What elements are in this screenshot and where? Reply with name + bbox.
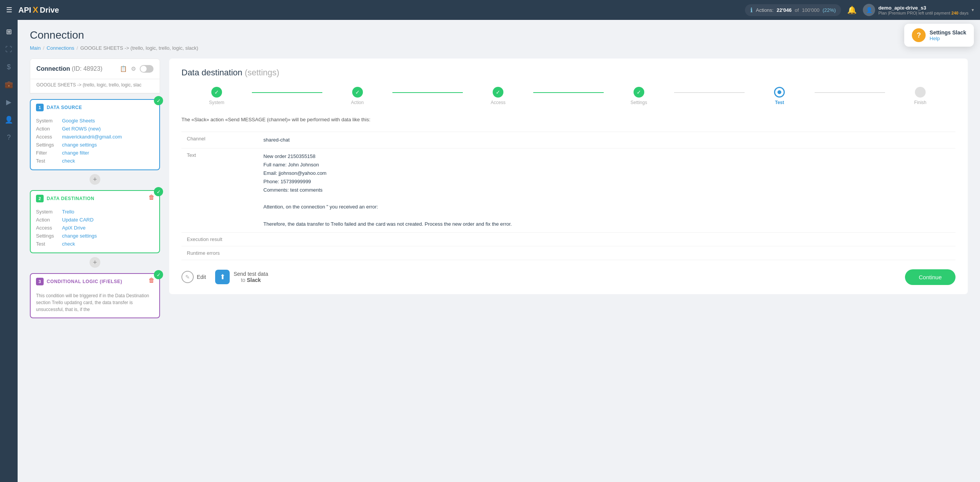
breadcrumb-main[interactable]: Main bbox=[30, 45, 41, 51]
page-title: Connection bbox=[30, 29, 968, 41]
edit-label: Edit bbox=[197, 274, 206, 280]
destination-body: System Trello Action Update CARD Access … bbox=[31, 206, 159, 252]
settings-value[interactable]: change settings bbox=[62, 142, 97, 148]
step-access-label: Access bbox=[491, 100, 506, 105]
action-value[interactable]: Get ROWS (new) bbox=[62, 126, 101, 132]
connection-id-title: Connection (ID: 48923) bbox=[36, 65, 116, 72]
step-conn-3 bbox=[533, 92, 604, 93]
logo-drive: Drive bbox=[40, 6, 59, 15]
actions-percent: (22%) bbox=[823, 7, 836, 13]
send-test-button[interactable]: ⬆ Send test data to Slack bbox=[215, 270, 268, 284]
system-value[interactable]: Google Sheets bbox=[62, 118, 95, 124]
logo-api: API bbox=[18, 6, 31, 15]
sidebar-item-hierarchy[interactable]: ⛶ bbox=[2, 42, 16, 57]
datasource-header: 1 DATA SOURCE bbox=[31, 100, 159, 115]
sidebar: ⊞ ⛶ $ 💼 ▶ 👤 ? bbox=[0, 20, 18, 482]
info-icon: ℹ bbox=[750, 7, 753, 14]
hamburger-menu[interactable]: ☰ bbox=[6, 6, 12, 14]
dest-test-value[interactable]: check bbox=[62, 241, 75, 247]
dest-system-value[interactable]: Trello bbox=[62, 209, 74, 215]
table-row-exec: Execution result bbox=[181, 232, 956, 246]
breadcrumb-sep1: / bbox=[43, 45, 44, 51]
step-conn-4 bbox=[674, 92, 745, 93]
steps-row: ✓ System ✓ Action ✓ Access ✓ bbox=[181, 87, 956, 105]
destination-trash[interactable]: 🗑 bbox=[149, 194, 155, 201]
connection-toggle[interactable] bbox=[140, 65, 154, 73]
conditional-check: ✓ bbox=[154, 270, 163, 279]
step-access: ✓ Access bbox=[463, 87, 533, 105]
step-settings-icon: ✓ bbox=[634, 87, 644, 98]
datasource-check: ✓ bbox=[154, 96, 163, 105]
help-info: Settings Slack Help bbox=[929, 29, 966, 41]
errors-value bbox=[258, 246, 956, 260]
sidebar-item-play[interactable]: ▶ bbox=[2, 95, 16, 109]
sidebar-item-user[interactable]: 👤 bbox=[2, 112, 16, 127]
settings-icon[interactable]: ⚙ bbox=[131, 65, 136, 72]
breadcrumb: Main / Connections / GOOGLE SHEETS -> (t… bbox=[30, 45, 968, 51]
conditional-text: This condition will be triggered if in t… bbox=[31, 289, 159, 318]
add-step-btn[interactable]: + bbox=[90, 174, 100, 185]
connection-subtitle: GOOGLE SHEETS -> (trello, logic, trello,… bbox=[30, 79, 160, 93]
two-col-layout: Connection (ID: 48923) 📋 ⚙ GOOGLE SHEETS… bbox=[30, 59, 968, 318]
datasource-num: 1 bbox=[36, 104, 44, 111]
add-step-btn2[interactable]: + bbox=[90, 257, 100, 268]
logo: APIXDrive bbox=[18, 5, 59, 15]
actions-used: 22'046 bbox=[777, 7, 792, 13]
step-test: Test bbox=[745, 87, 815, 105]
filter-value[interactable]: change filter bbox=[62, 150, 89, 156]
help-title: Settings Slack bbox=[929, 29, 966, 36]
access-value[interactable]: maverickandrii@gmail.com bbox=[62, 134, 122, 140]
destination-label: DATA DESTINATION bbox=[47, 196, 94, 201]
step-action: ✓ Action bbox=[322, 87, 393, 105]
left-panel: Connection (ID: 48923) 📋 ⚙ GOOGLE SHEETS… bbox=[30, 59, 160, 318]
step-test-icon bbox=[774, 87, 785, 98]
step-settings: ✓ Settings bbox=[604, 87, 674, 105]
dest-title: Data destination (settings) bbox=[181, 68, 956, 78]
edit-icon: ✎ bbox=[181, 271, 194, 283]
connection-header: Connection (ID: 48923) 📋 ⚙ bbox=[30, 59, 160, 79]
edit-button[interactable]: ✎ Edit bbox=[181, 271, 206, 283]
sidebar-item-dollar[interactable]: $ bbox=[2, 60, 16, 74]
help-link[interactable]: Help bbox=[929, 36, 966, 41]
test-value[interactable]: check bbox=[62, 158, 75, 164]
actions-total: 100'000 bbox=[802, 7, 820, 13]
conditional-header: 3 CONDITIONAL LOGIC (IF/ELSE) bbox=[31, 274, 159, 289]
step-settings-label: Settings bbox=[630, 100, 647, 105]
destination-num: 2 bbox=[36, 195, 44, 202]
bell-icon[interactable]: 🔔 bbox=[847, 5, 857, 15]
dest-row-action: Action Update CARD bbox=[36, 216, 154, 224]
sidebar-item-briefcase[interactable]: 💼 bbox=[2, 77, 16, 92]
user-plan: Plan |Premium PRO| left until payment 24… bbox=[878, 11, 969, 15]
table-row-channel: Channel shared-chat bbox=[181, 132, 956, 148]
step-system-icon: ✓ bbox=[211, 87, 222, 98]
row-action: Action Get ROWS (new) bbox=[36, 125, 154, 133]
text-value: New order 2150355158 Full name: John Joh… bbox=[258, 148, 956, 232]
dest-action-value[interactable]: Update CARD bbox=[62, 217, 93, 223]
avatar: 👤 bbox=[863, 4, 875, 16]
exec-value bbox=[258, 232, 956, 246]
send-icon: ⬆ bbox=[215, 270, 230, 284]
step-access-icon: ✓ bbox=[493, 87, 503, 98]
datasource-body: System Google Sheets Action Get ROWS (ne… bbox=[31, 115, 159, 169]
table-row-text: Text New order 2150355158 Full name: Joh… bbox=[181, 148, 956, 232]
sidebar-item-help[interactable]: ? bbox=[2, 130, 16, 145]
step-action-label: Action bbox=[351, 100, 364, 105]
channel-value: shared-chat bbox=[258, 132, 956, 148]
row-filter: Filter change filter bbox=[36, 149, 154, 157]
user-info: demo_apix-drive_s3 Plan |Premium PRO| le… bbox=[878, 5, 969, 15]
conditional-label: CONDITIONAL LOGIC (IF/ELSE) bbox=[47, 279, 122, 284]
dest-settings-value[interactable]: change settings bbox=[62, 233, 97, 239]
exec-label: Execution result bbox=[181, 232, 258, 246]
logo-x: X bbox=[33, 5, 38, 15]
user-area: 👤 demo_apix-drive_s3 Plan |Premium PRO| … bbox=[863, 4, 974, 16]
step-system: ✓ System bbox=[181, 87, 252, 105]
continue-button[interactable]: Continue bbox=[905, 269, 956, 285]
sidebar-item-home[interactable]: ⊞ bbox=[2, 24, 16, 39]
copy-icon[interactable]: 📋 bbox=[120, 65, 127, 72]
breadcrumb-connections[interactable]: Connections bbox=[47, 45, 74, 51]
table-row-errors: Runtime errors bbox=[181, 246, 956, 260]
chevron-down-icon[interactable]: ▾ bbox=[972, 7, 974, 13]
conditional-trash[interactable]: 🗑 bbox=[149, 277, 155, 284]
dest-access-value[interactable]: ApiX Drive bbox=[62, 225, 85, 231]
errors-label: Runtime errors bbox=[181, 246, 258, 260]
